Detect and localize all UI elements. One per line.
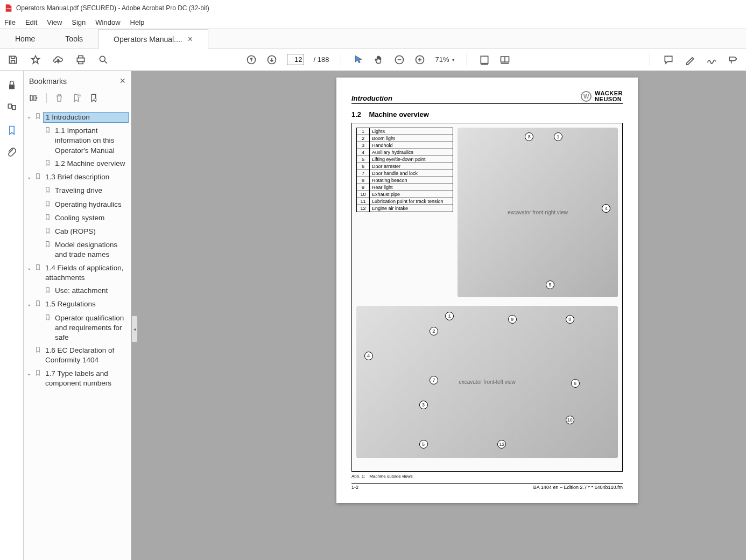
page-number-input[interactable]: [287, 54, 304, 65]
zoom-out-icon[interactable]: [394, 54, 405, 65]
callout-4: 4: [602, 204, 610, 213]
document-area[interactable]: ◂ Introduction W WACKERNEUSON 1.2 Machin…: [131, 71, 746, 560]
figure-box: 1Lights2Boom light3Handhold4Auxiliary hy…: [351, 123, 623, 472]
callout-4: 4: [364, 352, 373, 360]
section-title: 1.2 Machine overview: [351, 110, 623, 118]
pdf-icon: [4, 4, 13, 12]
bookmark-item[interactable]: Use: attachment: [27, 284, 130, 298]
attachments-icon[interactable]: [6, 148, 17, 158]
bookmark-item[interactable]: ⌄1.7 Type labels and component numbers: [27, 367, 130, 390]
bookmark-item[interactable]: ⌄1.3 Brief description: [27, 171, 130, 184]
zoom-value: 71%: [435, 55, 449, 64]
tab-document[interactable]: Operators Manual.... ×: [98, 29, 208, 49]
work-area: Bookmarks × ⌄1 Introduction1.1 Important…: [0, 71, 746, 560]
highlight-icon[interactable]: [685, 54, 695, 65]
menu-window[interactable]: Window: [95, 18, 120, 26]
splitter-handle[interactable]: ◂: [131, 316, 138, 342]
parts-table: 1Lights2Boom light3Handhold4Auxiliary hy…: [356, 128, 453, 212]
bookmark-item[interactable]: Model designations and trade names: [27, 239, 130, 261]
page-down-icon[interactable]: [266, 54, 277, 65]
close-panel-icon[interactable]: ×: [119, 75, 125, 87]
menu-view[interactable]: View: [47, 18, 62, 26]
section-name: Machine overview: [369, 110, 429, 118]
panel-title: Bookmarks: [29, 77, 67, 86]
zoom-dropdown[interactable]: 71%: [435, 55, 455, 64]
section-number: 1.2: [351, 110, 361, 118]
bm-find-icon[interactable]: [89, 93, 98, 103]
print-icon[interactable]: [75, 54, 86, 65]
menu-edit[interactable]: Edit: [25, 18, 37, 26]
callout-10: 10: [566, 416, 574, 424]
bookmark-item[interactable]: 1.2 Machine overview: [27, 157, 130, 171]
bm-new-icon[interactable]: [72, 93, 81, 103]
bookmark-item[interactable]: Cooling system: [27, 212, 130, 225]
footer-page-num: 1-2: [351, 485, 358, 490]
callout-8: 8: [566, 315, 574, 324]
callout-5: 5: [546, 281, 554, 289]
page-view: Introduction W WACKERNEUSON 1.2 Machine …: [336, 78, 638, 503]
thumbnails-icon[interactable]: [6, 102, 17, 113]
callout-5: 5: [419, 440, 428, 449]
lock-icon[interactable]: [6, 80, 17, 90]
callout-7: 7: [430, 376, 438, 384]
page-total: / 188: [314, 55, 329, 64]
fit-width-icon[interactable]: [479, 54, 490, 65]
callout-2: 2: [430, 327, 438, 335]
menu-help[interactable]: Help: [130, 18, 145, 26]
bookmark-item[interactable]: Traveling drive: [27, 184, 130, 198]
fig-desc: Machine outside views: [369, 474, 412, 479]
svg-rect-8: [8, 104, 11, 108]
callout-8: 8: [525, 132, 533, 141]
view-mode-icon[interactable]: [499, 54, 510, 65]
save-icon[interactable]: [8, 54, 18, 65]
bookmark-tree[interactable]: ⌄1 Introduction1.1 Important information…: [24, 108, 131, 560]
page-up-icon[interactable]: [246, 54, 257, 65]
brand-line2: NEUSON: [595, 96, 623, 102]
svg-rect-5: [481, 56, 488, 63]
svg-point-0: [100, 56, 105, 61]
star-icon[interactable]: [30, 54, 41, 65]
more-tools-icon[interactable]: [728, 54, 738, 65]
menu-bar: File Edit View Sign Window Help: [0, 16, 746, 29]
cloud-icon[interactable]: [53, 54, 64, 65]
svg-point-12: [94, 99, 97, 101]
bookmarks-icon[interactable]: [6, 125, 17, 136]
bookmark-item[interactable]: ⌄1.4 Fields of application, attachments: [27, 262, 130, 284]
bm-options-icon[interactable]: [29, 93, 39, 103]
pointer-icon[interactable]: [353, 54, 364, 65]
hand-icon[interactable]: [374, 54, 384, 65]
footer-edition: BA 1404 en – Edition 2.7 * * 1404b110.fm: [533, 485, 623, 490]
bookmark-item[interactable]: 1.6 EC Declaration of Conformity 1404: [27, 344, 130, 367]
tab-home-label: Home: [15, 34, 35, 43]
bookmarks-panel: Bookmarks × ⌄1 Introduction1.1 Important…: [24, 71, 131, 560]
bookmark-item[interactable]: Cab (ROPS): [27, 225, 130, 239]
tab-document-label: Operators Manual....: [114, 35, 182, 44]
sign-icon[interactable]: [706, 54, 717, 65]
svg-rect-9: [12, 106, 15, 110]
tab-home[interactable]: Home: [0, 29, 50, 48]
toolbar: / 188 71%: [0, 48, 746, 71]
callout-12: 12: [497, 440, 506, 449]
menu-file[interactable]: File: [4, 18, 16, 26]
side-rail: [0, 71, 24, 560]
bookmark-item[interactable]: Operator qualification and requirements …: [27, 312, 130, 345]
bm-delete-icon[interactable]: [54, 93, 64, 103]
bookmark-item[interactable]: 1.1 Important information on this Operat…: [27, 124, 130, 157]
wacker-logo-icon: W: [581, 91, 592, 102]
callout-3: 3: [419, 401, 428, 409]
callout-1: 1: [554, 132, 562, 141]
brand-logo: W WACKERNEUSON: [581, 90, 623, 102]
find-icon[interactable]: [98, 54, 109, 65]
zoom-in-icon[interactable]: [414, 54, 425, 65]
fig-label: Abb. 1:: [351, 474, 365, 479]
tab-tools[interactable]: Tools: [50, 29, 98, 48]
comment-icon[interactable]: [663, 54, 674, 65]
close-tab-icon[interactable]: ×: [188, 34, 193, 44]
bookmark-item[interactable]: Operating hydraulics: [27, 198, 130, 212]
tab-tools-label: Tools: [65, 34, 83, 43]
bookmark-item[interactable]: ⌄1 Introduction: [27, 110, 130, 124]
callout-9: 9: [508, 315, 517, 324]
menu-sign[interactable]: Sign: [72, 18, 86, 26]
bookmark-tools: [24, 91, 131, 108]
bookmark-item[interactable]: ⌄1.5 Regulations: [27, 298, 130, 311]
